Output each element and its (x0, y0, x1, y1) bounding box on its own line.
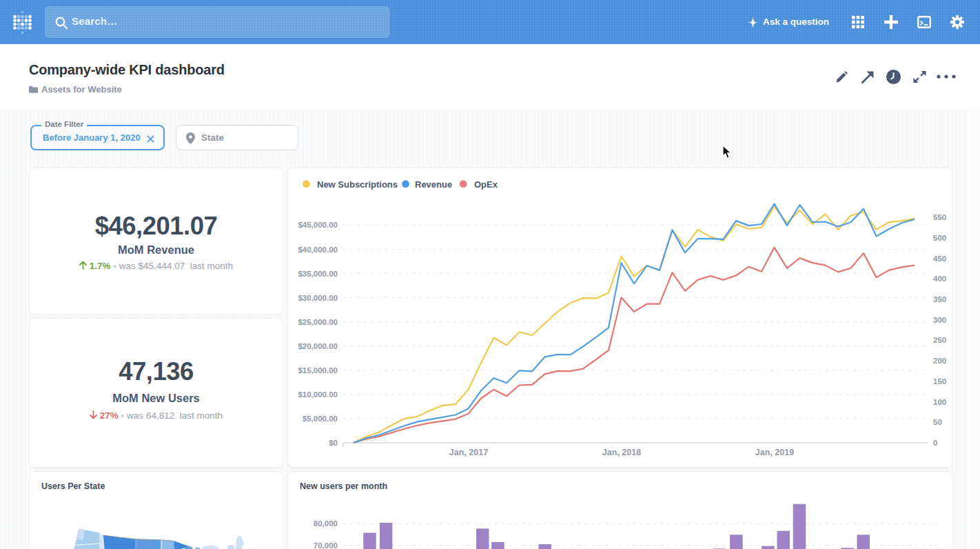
svg-text:Jan, 2017: Jan, 2017 (449, 448, 488, 457)
svg-text:Revenue: Revenue (415, 179, 452, 190)
svg-text:350: 350 (933, 295, 946, 303)
svg-text:$25,000.00: $25,000.00 (298, 318, 338, 326)
svg-text:$20,000.00: $20,000.00 (298, 342, 338, 350)
svg-text:500: 500 (933, 234, 946, 242)
svg-text:80,000: 80,000 (314, 519, 338, 528)
svg-text:$40,000.00: $40,000.00 (298, 246, 338, 254)
svg-text:$10,000.00: $10,000.00 (298, 390, 338, 399)
svg-text:$0: $0 (329, 439, 338, 447)
svg-text:$35,000.00: $35,000.00 (298, 270, 338, 278)
svg-text:New Subscriptions: New Subscriptions (317, 179, 398, 190)
svg-text:100: 100 (933, 398, 946, 406)
svg-text:200: 200 (933, 357, 946, 365)
svg-text:300: 300 (933, 316, 946, 324)
svg-text:70,000: 70,000 (314, 541, 338, 549)
svg-text:450: 450 (933, 254, 946, 263)
svg-text:Jan, 2018: Jan, 2018 (602, 448, 641, 457)
svg-text:50: 50 (933, 418, 942, 426)
svg-text:150: 150 (933, 377, 946, 386)
svg-text:$15,000.00: $15,000.00 (298, 366, 338, 375)
svg-text:550: 550 (933, 213, 946, 221)
svg-text:$45,000.00: $45,000.00 (298, 221, 338, 229)
svg-text:$5,000.00: $5,000.00 (303, 415, 338, 423)
svg-text:250: 250 (933, 336, 946, 344)
svg-text:0: 0 (933, 439, 937, 447)
svg-text:400: 400 (933, 274, 946, 283)
svg-text:Jan, 2019: Jan, 2019 (755, 448, 794, 457)
svg-text:OpEx: OpEx (474, 179, 498, 190)
svg-text:$30,000.00: $30,000.00 (298, 294, 338, 302)
